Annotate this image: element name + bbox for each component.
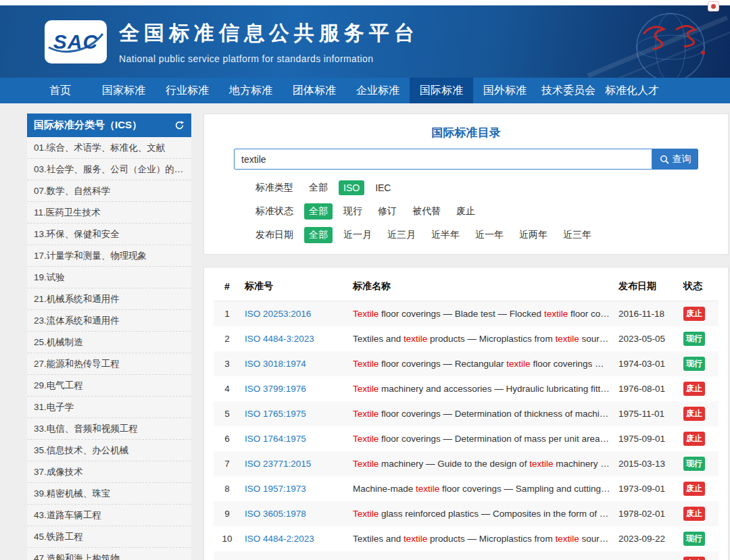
ics-category-item[interactable]: 29.电气工程: [27, 375, 191, 397]
status-badge: 现行: [683, 457, 705, 471]
search-button[interactable]: 查询: [652, 149, 698, 170]
ics-category-item[interactable]: 01.综合、术语学、标准化、文献: [27, 137, 191, 159]
table-row: 1ISO 20253:2016Textile floor coverings —…: [214, 301, 719, 327]
standard-code-cell: ISO 3605:1978: [241, 501, 349, 526]
highlighted-term: textile: [555, 334, 579, 344]
ics-category-item[interactable]: 19.试验: [27, 267, 191, 288]
filter-row: 标准状态全部现行修订被代替废止: [256, 203, 698, 220]
filter-option[interactable]: 全部: [304, 227, 333, 243]
highlighted-term: textile: [404, 534, 427, 544]
column-header: 标准号: [241, 272, 349, 301]
status-cell: 废止: [679, 401, 719, 426]
filter-option[interactable]: IEC: [370, 180, 395, 195]
filter-option[interactable]: 近三年: [558, 227, 596, 243]
filter-label: 标准类型: [256, 182, 293, 194]
status-cell: 废止: [679, 426, 719, 451]
ics-category-item[interactable]: 37.成像技术: [27, 461, 191, 483]
row-number: 11: [214, 551, 241, 560]
standard-code-link[interactable]: ISO 3605:1978: [245, 509, 306, 519]
status-cell: 废止: [679, 551, 719, 560]
ics-category-item[interactable]: 17.计量学和测量、物理现象: [27, 245, 191, 267]
highlighted-term: textile: [506, 359, 530, 369]
search-bar: 查询: [234, 149, 698, 170]
ics-category-item[interactable]: 11.医药卫生技术: [27, 202, 191, 224]
filter-option[interactable]: 近一月: [339, 227, 376, 243]
filter-label: 标准状态: [256, 205, 293, 218]
standard-code-cell: ISO 23771:2015: [241, 451, 349, 476]
filter-option[interactable]: 废止: [452, 203, 480, 220]
standard-code-link[interactable]: ISO 1957:1973: [245, 484, 306, 494]
ics-category-item[interactable]: 45.铁路工程: [27, 526, 191, 548]
ics-category-item[interactable]: 07.数学、自然科学: [27, 180, 191, 202]
nav-item-3[interactable]: 行业标准: [155, 78, 219, 103]
site-title-block: 全国标准信息公共服务平台 National public service pla…: [119, 20, 419, 64]
table-row: 10ISO 4484-2:2023Textiles and textile pr…: [214, 526, 719, 551]
row-number: 7: [214, 451, 241, 476]
row-number: 8: [214, 476, 241, 501]
standard-code-link[interactable]: ISO 23771:2015: [245, 459, 311, 469]
filter-option[interactable]: 近三月: [383, 227, 420, 243]
sac-logo-text: SAC: [53, 30, 98, 53]
ics-category-item[interactable]: 35.信息技术、办公机械: [27, 440, 191, 461]
table-row: 8ISO 1957:1973Machine-made textile floor…: [214, 476, 719, 501]
nav-item-7[interactable]: 国际标准: [410, 78, 473, 103]
table-row: 6ISO 1764:1975Textile floor coverings — …: [214, 426, 719, 451]
standard-name: Textile machinery acoustics — Determinat…: [349, 551, 614, 560]
status-badge: 废止: [683, 507, 705, 521]
status-cell: 废止: [679, 501, 719, 526]
ics-category-item[interactable]: 25.机械制造: [27, 332, 191, 353]
search-icon: [660, 155, 669, 164]
filter-option[interactable]: 近两年: [514, 227, 552, 243]
search-input[interactable]: [234, 149, 652, 170]
nav-item-8[interactable]: 国外标准: [473, 78, 537, 103]
refresh-icon[interactable]: [174, 120, 185, 130]
nav-item-5[interactable]: 团体标准: [283, 78, 346, 103]
highlighted-term: textile: [416, 484, 439, 494]
search-button-label: 查询: [673, 153, 691, 166]
filter-option[interactable]: 修订: [373, 203, 402, 220]
row-number: 5: [214, 401, 241, 426]
nav-item-4[interactable]: 地方标准: [219, 78, 283, 103]
nav-item-10[interactable]: 标准化人才: [600, 78, 664, 103]
standard-name: Machine-made textile floor coverings — S…: [349, 476, 614, 501]
site-subtitle: National public service platform for sta…: [119, 53, 419, 64]
ics-category-item[interactable]: 23.流体系统和通用件: [27, 310, 191, 332]
ics-category-item[interactable]: 03.社会学、服务、公司（企业）的组...: [27, 159, 191, 180]
publish-date: 2015-03-13: [614, 451, 679, 476]
ics-category-item[interactable]: 13.环保、保健和安全: [27, 224, 191, 245]
status-badge: 现行: [683, 532, 705, 546]
filter-option[interactable]: 近一年: [470, 227, 508, 243]
ics-category-item[interactable]: 27.能源和热传导工程: [27, 353, 191, 375]
standard-code-link[interactable]: ISO 1764:1975: [245, 434, 306, 444]
nav-item-2[interactable]: 国家标准: [92, 78, 155, 103]
standard-code-cell: ISO 1764:1975: [241, 426, 349, 451]
filter-option[interactable]: 被代替: [408, 203, 445, 220]
status-badge: 废止: [683, 432, 705, 446]
ics-category-item[interactable]: 31.电子学: [27, 397, 191, 418]
nav-item-1[interactable]: 首页: [28, 78, 92, 103]
standard-code-link[interactable]: ISO 3018:1974: [245, 359, 306, 369]
standard-code-link[interactable]: ISO 20253:2016: [245, 309, 311, 319]
filter-option[interactable]: 现行: [339, 203, 367, 220]
standard-code-link[interactable]: ISO 3799:1976: [245, 384, 306, 394]
top-right-icon[interactable]: [708, 1, 719, 11]
highlighted-term: Textile: [353, 309, 379, 319]
ics-category-item[interactable]: 39.精密机械、珠宝: [27, 483, 191, 505]
nav-item-6[interactable]: 企业标准: [346, 78, 410, 103]
standard-code-link[interactable]: ISO 4484-3:2023: [245, 334, 314, 344]
filter-option[interactable]: 近半年: [427, 227, 464, 243]
filter-option[interactable]: 全部: [304, 180, 333, 196]
standard-code-link[interactable]: ISO 1765:1975: [245, 409, 306, 419]
ics-category-item[interactable]: 47.造船和海上构筑物: [27, 548, 191, 560]
ics-category-item[interactable]: 43.道路车辆工程: [27, 505, 191, 526]
filter-option[interactable]: 全部: [304, 203, 333, 220]
sidebar: 国际标准分类号（ICS） 01.综合、术语学、标准化、文献03.社会学、服务、公…: [27, 113, 191, 560]
standard-name: Textile machinery and accessories — Hydr…: [349, 376, 614, 401]
highlighted-term: Textile: [353, 459, 379, 469]
standard-code-link[interactable]: ISO 4484-2:2023: [245, 534, 314, 544]
standard-name: Textile glass reinforced plastics — Comp…: [349, 501, 614, 526]
nav-item-9[interactable]: 技术委员会: [537, 78, 600, 103]
filter-option[interactable]: ISO: [339, 180, 364, 195]
ics-category-item[interactable]: 21.机械系统和通用件: [27, 288, 191, 310]
ics-category-item[interactable]: 33.电信、音频和视频工程: [27, 418, 191, 440]
